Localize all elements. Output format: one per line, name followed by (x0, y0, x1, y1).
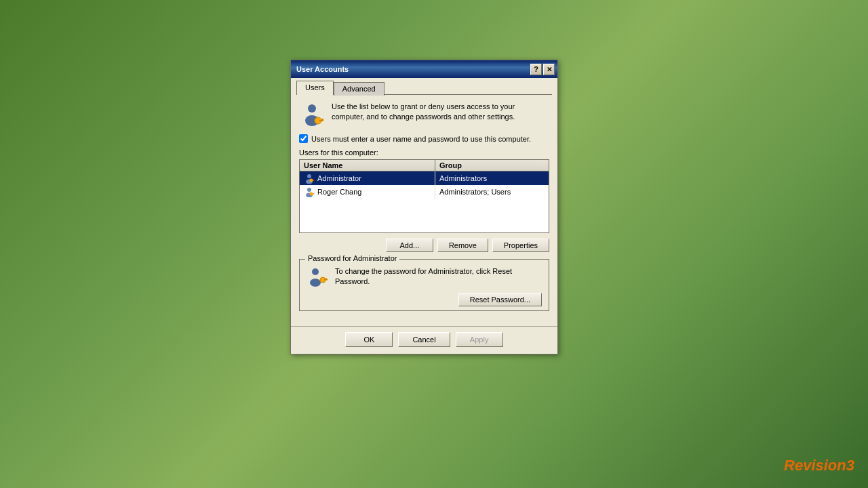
table-body: Administrator Administrators (300, 171, 549, 232)
table-buttons-row: Add... Remove Properties (299, 239, 549, 252)
user-table: User Name Group Administr (299, 159, 549, 233)
password-icon (307, 266, 328, 288)
watermark-number: 3 (846, 457, 854, 474)
require-password-label[interactable]: Users must enter a user name and passwor… (311, 135, 531, 143)
bottom-buttons: OK Cancel Apply (291, 326, 557, 354)
password-section-legend: Password for Administrator (305, 254, 399, 262)
title-bar-buttons: ? ✕ (530, 64, 555, 75)
dialog-title: User Accounts (296, 65, 349, 73)
admin-password-icon (307, 266, 328, 288)
svg-rect-3 (319, 120, 323, 121)
add-button[interactable]: Add... (386, 239, 433, 252)
cancel-button[interactable]: Cancel (398, 332, 450, 347)
tab-area: Users Advanced (291, 78, 557, 94)
svg-rect-5 (321, 119, 323, 120)
svg-rect-9 (313, 180, 315, 181)
watermark: Revision3 (784, 457, 854, 474)
password-content: To change the password for Administrator… (335, 266, 542, 306)
dialog-content: Use the list below to grant or deny user… (291, 95, 557, 326)
password-inner: To change the password for Administrator… (307, 266, 542, 306)
reset-password-button[interactable]: Reset Password... (458, 293, 542, 306)
svg-rect-18 (326, 279, 328, 280)
cell-group: Administrators; Users (435, 186, 549, 197)
cell-username: Roger Chang (300, 185, 435, 199)
info-icon (299, 102, 325, 127)
svg-point-6 (307, 174, 311, 178)
svg-rect-13 (313, 194, 315, 195)
background: Revision3 User Accounts ? ✕ Users Advanc… (0, 0, 868, 488)
col-header-group: Group (435, 160, 549, 171)
apply-button[interactable]: Apply (456, 332, 503, 347)
svg-rect-17 (324, 279, 328, 281)
require-password-checkbox[interactable] (299, 134, 308, 143)
cell-username: Administrator (300, 171, 435, 185)
properties-button[interactable]: Properties (492, 239, 549, 252)
svg-point-0 (308, 104, 316, 113)
cell-group: Administrators (435, 173, 549, 184)
ok-button[interactable]: OK (345, 332, 393, 347)
col-header-username: User Name (300, 160, 435, 171)
svg-rect-19 (326, 279, 327, 279)
password-section: Password for Administrator To (299, 259, 549, 311)
help-button[interactable]: ? (530, 64, 542, 75)
user-settings-icon (299, 102, 325, 127)
table-row[interactable]: Roger Chang Administrators; Users (300, 185, 549, 199)
table-header: User Name Group (300, 160, 549, 171)
require-password-checkbox-line: Users must enter a user name and passwor… (299, 134, 549, 143)
users-section-label: Users for this computer: (299, 148, 549, 157)
close-button[interactable]: ✕ (543, 64, 555, 75)
info-section: Use the list below to grant or deny user… (299, 102, 549, 127)
svg-point-10 (307, 188, 311, 192)
watermark-text: Revision (784, 457, 846, 474)
tab-users[interactable]: Users (296, 81, 334, 95)
svg-point-15 (310, 279, 321, 287)
user-icon (304, 186, 315, 197)
svg-point-14 (312, 268, 319, 275)
remove-button[interactable]: Remove (437, 239, 488, 252)
user-accounts-dialog: User Accounts ? ✕ Users Advanced (290, 60, 558, 354)
info-description: Use the list below to grant or deny user… (332, 102, 549, 123)
password-btn-row: Reset Password... (335, 293, 542, 306)
tab-advanced[interactable]: Advanced (334, 82, 384, 96)
password-description: To change the password for Administrator… (335, 266, 542, 287)
title-bar: User Accounts ? ✕ (291, 60, 557, 78)
user-icon (304, 173, 315, 184)
table-row[interactable]: Administrator Administrators (300, 171, 549, 185)
